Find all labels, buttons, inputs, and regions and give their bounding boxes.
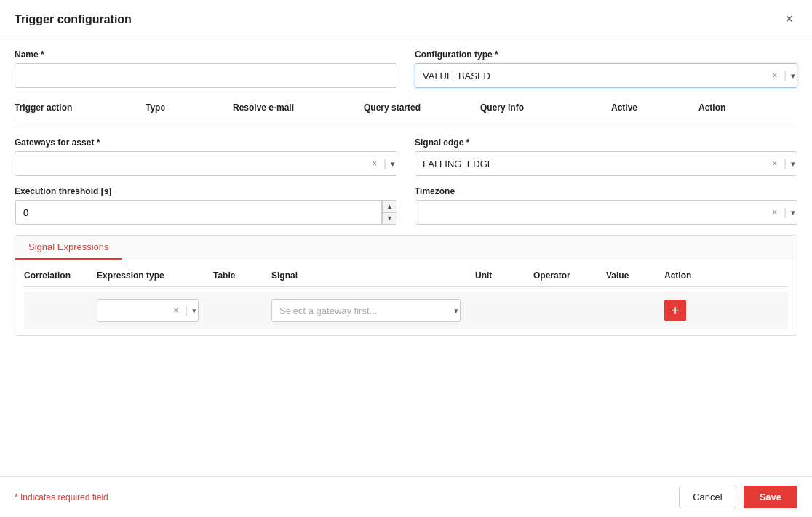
dialog-header: Trigger configuration × [0,0,812,36]
signal-edge-chevron-icon[interactable]: ▾ [791,159,795,169]
table-col: Table [213,270,271,281]
expression-type-select[interactable]: × | ▾ [97,299,199,322]
gateways-clear-icon[interactable]: × [370,159,379,169]
action-cell: + [664,300,708,321]
cancel-button[interactable]: Cancel [679,486,736,508]
number-spinners: ▲ ▼ [382,201,397,224]
signal-chevron-icon[interactable]: ▾ [454,306,458,316]
section-divider [15,127,797,127]
signal-table: Correlation Expression type Table Signal… [15,260,797,335]
gateways-chevron-icon[interactable]: ▾ [391,159,395,169]
correlation-col: Correlation [24,270,97,281]
signal-table-row: × | ▾ Select a gateway first... [24,292,788,329]
action-col: Action [698,103,757,113]
tab-header: Signal Expressions [15,236,797,260]
signal-col: Signal [271,270,475,281]
value-col: Value [606,270,664,281]
name-config-row: Name * Configuration type * VALUE_BASED … [15,49,797,88]
signal-edge-divider: | [784,158,787,169]
dialog-footer: * Indicates required field Cancel Save [0,476,812,517]
config-type-group: Configuration type * VALUE_BASED × | ▾ [415,49,797,88]
timezone-clear-icon[interactable]: × [770,207,779,217]
exec-threshold-label: Execution threshold [s] [15,186,397,196]
trigger-table-header: Trigger action Type Resolve e-mail Query… [15,98,797,119]
trigger-action-col: Trigger action [15,103,146,113]
signal-edge-select[interactable]: FALLING_EDGE × | ▾ [415,151,797,176]
expression-type-col: Expression type [97,270,213,281]
save-button[interactable]: Save [744,486,797,508]
config-type-value: VALUE_BASED [423,71,767,81]
expr-divider: | [185,305,188,316]
resolve-email-col: Resolve e-mail [233,103,364,113]
signal-edge-value: FALLING_EDGE [423,159,767,169]
expression-type-cell: × | ▾ [97,299,213,322]
timezone-select[interactable]: × | ▾ [415,200,797,225]
dialog-title: Trigger configuration [15,13,132,26]
close-button[interactable]: × [781,10,797,28]
query-started-col: Query started [364,103,480,113]
name-label: Name * [15,49,397,60]
unit-col: Unit [475,270,533,281]
name-group: Name * [15,49,397,88]
dialog-body: Name * Configuration type * VALUE_BASED … [0,36,812,476]
exec-threshold-group: Execution threshold [s] ▲ ▼ [15,186,397,225]
gateways-signal-row: Gateways for asset * × | ▾ Signal edge *… [15,137,797,176]
timezone-group: Timezone × | ▾ [415,186,797,225]
exec-threshold-input[interactable] [15,200,382,225]
config-type-select[interactable]: VALUE_BASED × | ▾ [415,63,797,88]
signal-action-col: Action [664,270,708,281]
signal-expressions-container: Signal Expressions Correlation Expressio… [15,235,797,336]
threshold-timezone-row: Execution threshold [s] ▲ ▼ Timezone × | [15,186,797,225]
query-info-col: Query Info [480,103,611,113]
spinner-down-button[interactable]: ▼ [383,213,397,225]
timezone-chevron-icon[interactable]: ▾ [791,208,795,217]
required-text: Indicates required field [20,492,108,502]
expression-type-chevron-icon[interactable]: ▾ [192,306,196,316]
config-type-clear-icon[interactable]: × [770,71,779,81]
config-type-chevron-icon[interactable]: ▾ [791,71,795,81]
exec-threshold-input-wrapper: ▲ ▼ [15,200,397,225]
signal-edge-clear-icon[interactable]: × [770,159,779,169]
signal-edge-label: Signal edge * [415,137,797,148]
gateways-divider: | [383,158,386,169]
signal-edge-group: Signal edge * FALLING_EDGE × | ▾ [415,137,797,176]
signal-table-header: Correlation Expression type Table Signal… [24,266,788,287]
signal-select[interactable]: Select a gateway first... ▾ [271,299,461,322]
required-note: * Indicates required field [15,492,108,502]
footer-buttons: Cancel Save [679,486,797,508]
gateways-label: Gateways for asset * [15,137,397,148]
trigger-configuration-dialog: Trigger configuration × Name * Configura… [0,0,812,517]
add-row-button[interactable]: + [664,300,686,321]
timezone-label: Timezone [415,186,797,196]
spinner-up-button[interactable]: ▲ [383,201,397,213]
select-divider: | [784,70,787,81]
expression-type-clear-icon[interactable]: × [171,305,180,316]
active-col: Active [611,103,698,113]
operator-col: Operator [533,270,606,281]
name-input[interactable] [15,63,397,88]
gateways-group: Gateways for asset * × | ▾ [15,137,397,176]
config-type-label: Configuration type * [415,49,797,60]
signal-placeholder: Select a gateway first... [279,305,451,316]
required-asterisk: * [15,492,20,502]
signal-expressions-tab[interactable]: Signal Expressions [15,236,122,260]
type-col: Type [146,103,233,113]
gateways-select[interactable]: × | ▾ [15,151,397,176]
timezone-divider: | [784,207,787,218]
signal-cell: Select a gateway first... ▾ [271,299,475,322]
